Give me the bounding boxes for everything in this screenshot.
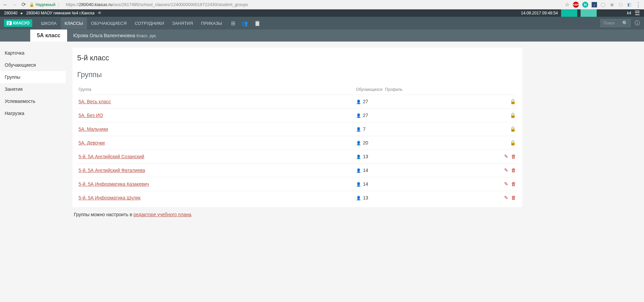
ext-cube-icon[interactable]: ◧: [627, 2, 632, 7]
search-input[interactable]: [603, 21, 620, 25]
delete-icon[interactable]: 🗑: [511, 154, 516, 159]
security-label: Надежный: [36, 2, 55, 7]
subheader: 5А класс Юрова Ольга Валентиновна Класс.…: [0, 29, 644, 42]
ext-hex-icon[interactable]: ⬡: [618, 2, 623, 7]
col-group: Группа: [77, 84, 355, 95]
edit-icon[interactable]: ✎: [504, 167, 508, 173]
person-icon: 👤: [356, 141, 361, 145]
group-link[interactable]: 5-й. 5А Информатика Шуляк: [79, 195, 141, 200]
group-link[interactable]: 5А. Мальчики: [79, 126, 108, 132]
nav-item-2[interactable]: ОБУЧАЮЩИЕСЯ: [87, 17, 131, 29]
student-count: 👤 27: [355, 95, 384, 109]
student-count: 👤 13: [355, 191, 384, 205]
table-row: 5-й. 5А Английский Фаталиева👤 14✎🗑: [77, 164, 517, 177]
sidebar-item-5[interactable]: Нагрузка: [0, 107, 66, 119]
nav-item-4[interactable]: ЗАНЯТИЯ: [168, 17, 197, 29]
browser-back-icon[interactable]: ←: [3, 2, 8, 8]
group-link[interactable]: 5А. Девочки: [79, 140, 105, 145]
nav-item-5[interactable]: ПРИКАЗЫ: [197, 17, 226, 29]
bookmark-icon[interactable]: ☆: [565, 1, 569, 8]
class-tab[interactable]: 5А класс: [30, 29, 67, 42]
curriculum-link[interactable]: редакторе учебного плана: [134, 212, 191, 217]
col-students: Обучающихся: [355, 84, 384, 95]
people-icon[interactable]: 👥: [241, 20, 248, 26]
table-row: 5А. Весь класс👤 27🔒: [77, 95, 517, 109]
edit-icon[interactable]: ✎: [504, 195, 508, 200]
clipboard-icon[interactable]: 📋: [254, 20, 261, 26]
lock-icon: 🔒: [510, 140, 516, 145]
table-row: 5-й. 5А Информатика Казакевич👤 14✎🗑: [77, 177, 517, 191]
ext-profile-icon[interactable]: ◉: [609, 2, 614, 7]
breadcrumb-arrow: ▸: [21, 11, 23, 15]
ext-circle-icon[interactable]: ◯: [600, 2, 606, 7]
lock-icon: 🔒: [510, 99, 516, 104]
edit-icon[interactable]: ✎: [504, 154, 508, 159]
person-icon: 👤: [356, 100, 361, 104]
table-row: 5-й. 5А Информатика Шуляк👤 13✎🗑: [77, 191, 517, 205]
accent-block-2[interactable]: [581, 9, 597, 17]
logo[interactable]: β КИАСУО: [4, 19, 32, 27]
browser-security: 🔒 Надежный |: [29, 2, 60, 7]
eye-icon[interactable]: 👁: [98, 11, 102, 15]
delete-icon[interactable]: 🗑: [511, 181, 516, 187]
nav-item-0[interactable]: ШКОЛА: [37, 17, 61, 29]
edit-icon[interactable]: ✎: [504, 181, 508, 187]
group-link[interactable]: 5А. Весь класс: [79, 99, 111, 104]
teacher-role: Класс. рук.: [137, 34, 157, 38]
browser-forward-icon[interactable]: →: [12, 2, 17, 8]
browser-reload-icon[interactable]: ⟳: [21, 1, 26, 8]
topbar: 280040 ▸ 280040 МАОУ гимназия №4 г.Канск…: [0, 9, 644, 17]
lock-icon: 🔒: [510, 126, 516, 132]
sidebar-item-4[interactable]: Успеваемость: [0, 95, 66, 107]
school-code: 280040: [4, 11, 17, 15]
teacher-info: Юрова Ольга Валентиновна Класс. рук.: [73, 33, 157, 38]
section-title: Группы: [77, 70, 517, 79]
sidebar-item-0[interactable]: Карточка: [0, 47, 66, 59]
table-row: 5А. Без ИО👤 27🔒: [77, 109, 517, 122]
student-count: 👤 7: [355, 122, 384, 136]
group-link[interactable]: 5-й. 5А Информатика Казакевич: [79, 181, 149, 187]
user-label[interactable]: k4: [627, 11, 631, 15]
group-link[interactable]: 5А. Без ИО: [79, 113, 103, 118]
lock-icon: 🔒: [510, 112, 516, 118]
beta-badge: β: [7, 21, 12, 25]
lock-icon: 🔒: [29, 2, 34, 7]
browser-menu-icon[interactable]: ⋮: [635, 1, 641, 8]
group-link[interactable]: 5-й. 5А Английский Созанский: [79, 154, 144, 159]
student-count: 👤 20: [355, 136, 384, 150]
browser-url[interactable]: https://280040.kiasuo.ru/ous/2617495/sch…: [64, 2, 561, 7]
apps-icon[interactable]: ⊞: [231, 20, 235, 26]
download-icon[interactable]: ↓: [592, 2, 597, 7]
sidebar-item-1[interactable]: Обучающиеся: [0, 59, 66, 71]
table-row: 5А. Девочки👤 20🔒: [77, 136, 517, 150]
sidebar-item-3[interactable]: Занятия: [0, 83, 66, 95]
ext-h-icon[interactable]: H: [582, 2, 588, 8]
help-icon[interactable]: ⓘ: [635, 20, 640, 27]
nav-item-3[interactable]: СОТРУДНИКИ: [131, 17, 168, 29]
table-row: 5-й. 5А Английский Созанский👤 13✎🗑: [77, 150, 517, 164]
person-icon: 👤: [356, 196, 361, 200]
school-name[interactable]: 280040 МАОУ гимназия №4 г.Канска: [26, 11, 94, 15]
search-icon[interactable]: 🔍: [622, 20, 628, 26]
delete-icon[interactable]: 🗑: [511, 195, 516, 200]
main-nav: β КИАСУО ШКОЛАКЛАССЫОБУЧАЮЩИЕСЯСОТРУДНИК…: [0, 17, 644, 29]
browser-chrome: ← → ⟳ 🔒 Надежный | https://280040.kiasuo…: [0, 0, 644, 9]
abp-icon[interactable]: ABP: [573, 2, 579, 8]
page-title: 5-й класс: [77, 54, 517, 62]
group-link[interactable]: 5-й. 5А Английский Фаталиева: [79, 168, 145, 173]
content: 5-й класс Группы Группа Обучающихся Проф…: [66, 42, 522, 223]
person-icon: 👤: [356, 113, 361, 118]
accent-block-1[interactable]: [561, 9, 577, 17]
search-box[interactable]: 🔍: [600, 19, 631, 27]
student-count: 👤 27: [355, 109, 384, 122]
teacher-name: Юрова Ольга Валентиновна: [73, 33, 135, 38]
sidebar-item-2[interactable]: Группы: [0, 71, 66, 83]
student-count: 👤 13: [355, 150, 384, 164]
hamburger-icon[interactable]: ☰: [635, 9, 640, 17]
student-count: 👤 14: [355, 164, 384, 177]
delete-icon[interactable]: 🗑: [511, 167, 516, 173]
person-icon: 👤: [356, 182, 361, 187]
logo-text: КИАСУО: [13, 21, 30, 25]
groups-table: Группа Обучающихся Профиль 5А. Весь клас…: [77, 84, 517, 204]
nav-item-1[interactable]: КЛАССЫ: [61, 17, 87, 29]
